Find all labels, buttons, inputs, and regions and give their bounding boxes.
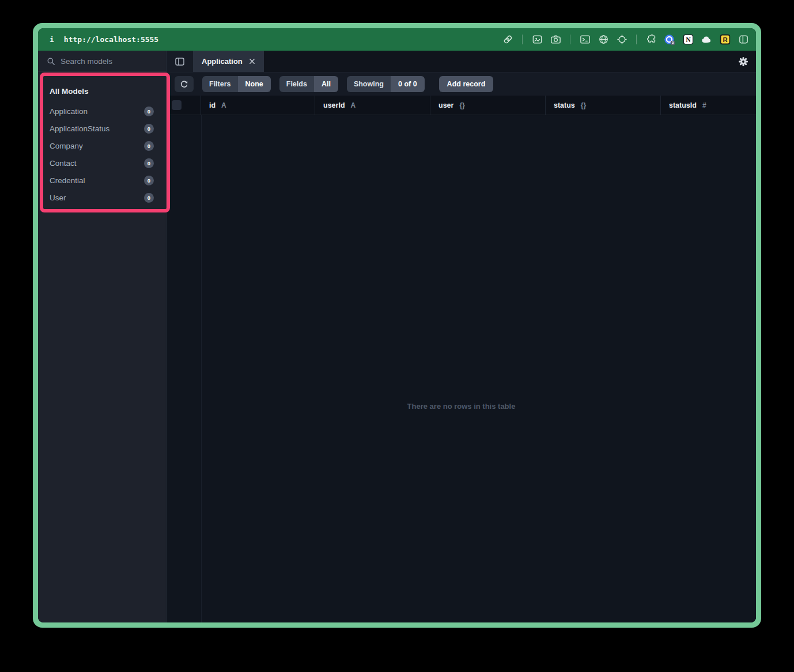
target-icon[interactable] bbox=[616, 34, 627, 45]
filters-control[interactable]: Filters None bbox=[202, 76, 271, 92]
globe-icon[interactable] bbox=[598, 34, 609, 45]
titlebar: i http://localhost:5555 bbox=[38, 28, 756, 51]
sidebar-item-application[interactable]: Application 0 bbox=[38, 102, 166, 120]
content: All Models Application 0 ApplicationStat… bbox=[38, 51, 756, 622]
main-panel: Application bbox=[167, 51, 756, 622]
column-name: userId bbox=[323, 101, 345, 109]
models-panel: All Models Application 0 ApplicationStat… bbox=[38, 72, 166, 206]
browser-window: i http://localhost:5555 bbox=[33, 23, 761, 628]
tab-label: Application bbox=[202, 57, 243, 66]
titlebar-divider bbox=[636, 35, 637, 44]
table-header-row: id A userId A user {} status {} bbox=[167, 96, 756, 115]
model-count-badge: 0 bbox=[144, 158, 154, 168]
fields-value: All bbox=[314, 76, 338, 92]
column-header-id[interactable]: id A bbox=[201, 96, 315, 115]
search-models-input[interactable] bbox=[61, 57, 162, 66]
fields-label: Fields bbox=[279, 76, 314, 92]
object-type-icon: {} bbox=[459, 101, 464, 109]
sidebar-item-applicationstatus[interactable]: ApplicationStatus 0 bbox=[38, 120, 166, 137]
model-name: ApplicationStatus bbox=[50, 124, 109, 133]
column-header-user[interactable]: user {} bbox=[430, 96, 546, 115]
sidebar-item-company[interactable]: Company 0 bbox=[38, 137, 166, 154]
titlebar-divider bbox=[570, 35, 570, 44]
column-name: id bbox=[209, 101, 215, 109]
link-icon[interactable] bbox=[502, 34, 513, 45]
model-count-badge: 0 bbox=[144, 193, 154, 203]
model-name: Contact bbox=[50, 159, 77, 168]
fields-control[interactable]: Fields All bbox=[279, 76, 338, 92]
refresh-button[interactable] bbox=[175, 76, 194, 92]
object-type-icon: {} bbox=[581, 101, 586, 109]
camera-icon[interactable] bbox=[550, 34, 561, 45]
settings-gear-icon[interactable] bbox=[738, 56, 748, 67]
showing-control[interactable]: Showing 0 of 0 bbox=[347, 76, 425, 92]
info-icon[interactable]: i bbox=[50, 35, 54, 44]
model-name: Application bbox=[50, 107, 88, 116]
terminal-icon[interactable] bbox=[579, 34, 591, 45]
empty-table-message: There are no rows in this table bbox=[167, 402, 756, 411]
titlebar-divider bbox=[522, 35, 523, 44]
screenshot-icon[interactable] bbox=[531, 34, 543, 45]
url-text[interactable]: http://localhost:5555 bbox=[64, 35, 158, 44]
select-all-checkbox[interactable] bbox=[172, 100, 182, 110]
filters-value: None bbox=[238, 76, 271, 92]
table-body: There are no rows in this table bbox=[167, 115, 756, 622]
refined-github-extension-icon[interactable]: R bbox=[719, 34, 731, 45]
search-models-row bbox=[38, 51, 166, 72]
column-name: statusId bbox=[669, 101, 697, 109]
refined-github-glyph: R bbox=[723, 36, 727, 43]
model-count-badge: 0 bbox=[144, 176, 154, 185]
sidebar-item-user[interactable]: User 0 bbox=[38, 189, 166, 206]
search-icon bbox=[47, 57, 55, 66]
column-header-status[interactable]: status {} bbox=[546, 96, 661, 115]
tab-bar: Application bbox=[167, 51, 756, 72]
showing-label: Showing bbox=[347, 76, 391, 92]
all-models-title: All Models bbox=[38, 81, 166, 102]
string-type-icon: A bbox=[221, 101, 226, 109]
browser-window-inner: i http://localhost:5555 bbox=[38, 28, 756, 622]
model-count-badge: 0 bbox=[144, 141, 154, 151]
sidebar-item-credential[interactable]: Credential 0 bbox=[38, 172, 166, 189]
model-name: Company bbox=[50, 142, 83, 150]
toolbar: Filters None Fields All Showing 0 of 0 A… bbox=[167, 72, 756, 96]
number-type-icon: # bbox=[702, 101, 706, 109]
cloud-extension-icon[interactable] bbox=[701, 34, 712, 45]
model-name: Credential bbox=[50, 176, 85, 185]
model-name: User bbox=[50, 193, 66, 202]
notion-glyph: N bbox=[686, 36, 691, 44]
model-count-badge: 0 bbox=[144, 124, 154, 134]
sidebar-item-contact[interactable]: Contact 0 bbox=[38, 154, 166, 172]
column-header-statusid[interactable]: statusId # bbox=[661, 96, 756, 115]
add-record-button[interactable]: Add record bbox=[439, 76, 494, 92]
sidebar: All Models Application 0 ApplicationStat… bbox=[38, 51, 167, 622]
tab-close-icon[interactable] bbox=[249, 58, 255, 64]
showing-value: 0 of 0 bbox=[391, 76, 425, 92]
sidebar-toggle-button[interactable] bbox=[167, 51, 193, 72]
notion-extension-icon[interactable]: N bbox=[682, 34, 694, 45]
address-bar[interactable]: i http://localhost:5555 bbox=[50, 35, 158, 44]
split-view-icon[interactable] bbox=[738, 34, 749, 45]
string-type-icon: A bbox=[351, 101, 356, 109]
column-header-userid[interactable]: userId A bbox=[315, 96, 430, 115]
extensions-puzzle-icon[interactable] bbox=[645, 34, 657, 45]
filters-label: Filters bbox=[202, 76, 238, 92]
column-name: user bbox=[438, 101, 453, 109]
onepassword-extension-icon[interactable] bbox=[664, 34, 675, 45]
column-name: status bbox=[554, 101, 575, 109]
select-all-cell bbox=[167, 96, 201, 115]
titlebar-actions: N R bbox=[502, 34, 749, 45]
model-count-badge: 0 bbox=[144, 107, 154, 116]
tab-application[interactable]: Application bbox=[193, 51, 264, 72]
